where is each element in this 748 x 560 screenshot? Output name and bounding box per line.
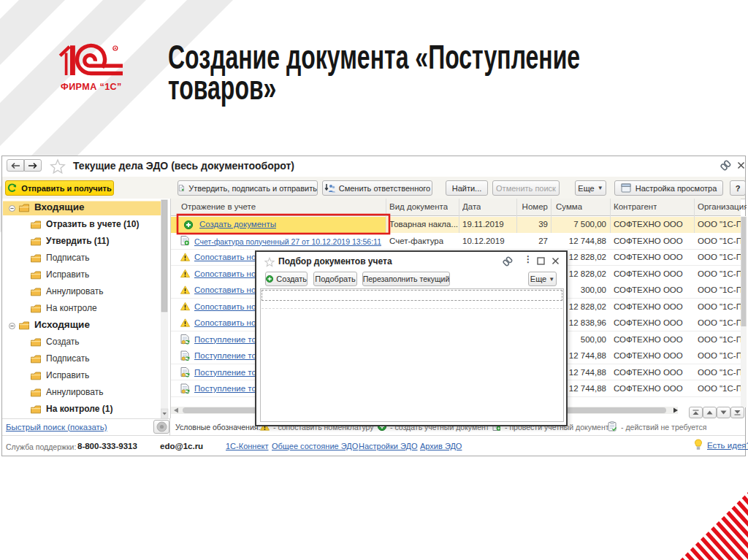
svg-text:ФИРМА “1С”: ФИРМА “1С” xyxy=(61,82,122,92)
